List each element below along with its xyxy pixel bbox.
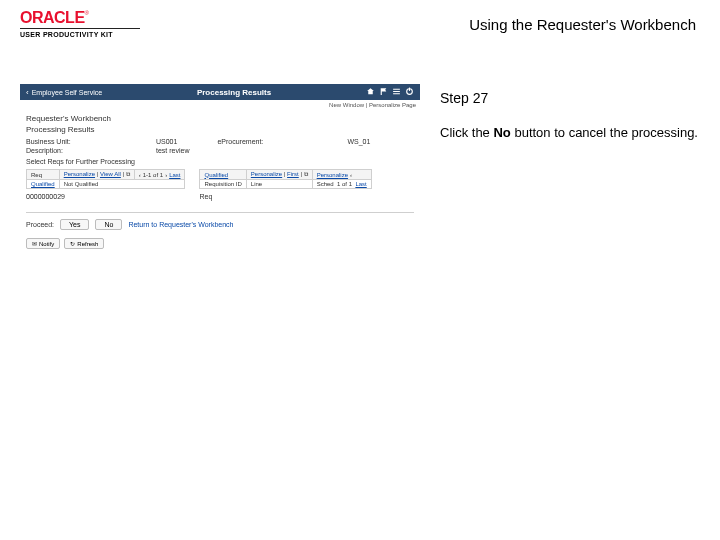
- grid1-th-nav: ‹ 1-1 of 1 › Last: [134, 170, 185, 180]
- app-subheader: Processing Results: [26, 125, 414, 134]
- app-bar-title: Processing Results: [102, 88, 366, 97]
- oracle-logo: ORACLE®: [20, 10, 140, 26]
- grid2-th-qualified: Qualified: [200, 170, 246, 180]
- kv-label: eProcurement:: [217, 138, 307, 145]
- step-panel: Step 27 Click the No button to cancel th…: [440, 84, 700, 253]
- footer-buttons: ✉Notify ↻Refresh: [26, 238, 414, 249]
- step-button-name: No: [493, 125, 510, 140]
- home-icon[interactable]: [366, 87, 375, 97]
- link-new-window[interactable]: New Window: [329, 102, 364, 108]
- grid1-table: Req Personalize | View All | ⧉ ‹ 1-1 of …: [26, 169, 185, 189]
- grid1-rowid: 0000000029: [26, 193, 185, 200]
- app-back-label[interactable]: Employee Self Service: [32, 89, 102, 96]
- app-bar-right: [366, 87, 414, 97]
- kv-value: WS_01: [347, 138, 370, 145]
- trademark-symbol: ®: [85, 10, 89, 16]
- select-reqs-label: Select Reqs for Further Processing: [26, 158, 414, 165]
- chevron-right-icon[interactable]: ›: [165, 172, 167, 178]
- grid2: Qualified Personalize | First | ⧉ Person…: [199, 167, 371, 206]
- chevron-left-icon[interactable]: ‹: [139, 172, 141, 178]
- signout-icon[interactable]: [405, 87, 414, 97]
- link-personalize[interactable]: Personalize: [64, 171, 95, 177]
- brand-block: ORACLE® USER PRODUCTIVITY KIT: [20, 10, 140, 38]
- notify-label: Notify: [39, 241, 54, 247]
- flag-icon[interactable]: [379, 87, 388, 97]
- grid2-cell-b: Line: [246, 180, 312, 189]
- grid1-nav: ‹ 1-1 of 1 › Last: [139, 172, 181, 178]
- kv-value: US001: [156, 138, 177, 145]
- grid2-sched: Sched: [317, 181, 334, 187]
- grid-wrap: Req Personalize | View All | ⧉ ‹ 1-1 of …: [26, 167, 414, 206]
- logo-divider: [20, 28, 140, 29]
- app-body: Requester's Workbench Processing Results…: [20, 110, 420, 253]
- app-bar-left: ‹ Employee Self Service: [26, 88, 102, 97]
- mail-icon: ✉: [32, 240, 37, 247]
- proceed-row: Proceed: Yes No Return to Requester's Wo…: [26, 219, 414, 230]
- link-personalize[interactable]: Personalize: [251, 171, 282, 177]
- grid2-nav-text: 1 of 1: [337, 181, 352, 187]
- grid1-cell-qualified[interactable]: Qualified: [27, 180, 60, 189]
- grid2-th-personalize: Personalize | First | ⧉: [246, 170, 312, 180]
- main: ‹ Employee Self Service Processing Resul…: [0, 44, 720, 253]
- kv-label: Description:: [26, 147, 116, 154]
- grid2-cell-a: Requisition ID: [200, 180, 246, 189]
- grid2-th-nav: Personalize ‹: [312, 170, 371, 180]
- divider: [26, 212, 414, 213]
- app-top-bar: ‹ Employee Self Service Processing Resul…: [20, 84, 420, 100]
- grid1-th-controls: Personalize | View All | ⧉: [59, 170, 134, 180]
- grid1: Req Personalize | View All | ⧉ ‹ 1-1 of …: [26, 167, 185, 206]
- refresh-button[interactable]: ↻Refresh: [64, 238, 104, 249]
- grid2-budget: Req: [199, 193, 371, 200]
- step-text: Click the No button to cancel the proces…: [440, 124, 700, 142]
- grid1-header-row: Req Personalize | View All | ⧉ ‹ 1-1 of …: [27, 170, 185, 180]
- app-breadcrumb: Requester's Workbench: [26, 114, 414, 123]
- link-personalize-page[interactable]: Personalize Page: [364, 102, 416, 108]
- kv-row-0: Business Unit: US001 eProcurement: WS_01: [26, 138, 414, 145]
- menu-icon[interactable]: [392, 87, 401, 97]
- step-text-suffix: button to cancel the processing.: [511, 125, 698, 140]
- svg-rect-1: [409, 88, 410, 91]
- step-title: Step 27: [440, 90, 700, 106]
- screenshot-panel: ‹ Employee Self Service Processing Resul…: [20, 84, 420, 253]
- notify-button[interactable]: ✉Notify: [26, 238, 60, 249]
- link-first[interactable]: First: [287, 171, 299, 177]
- page-header: ORACLE® USER PRODUCTIVITY KIT Using the …: [0, 0, 720, 44]
- yes-button[interactable]: Yes: [60, 219, 89, 230]
- grid1-cell-notqual: Not Qualified: [59, 180, 185, 189]
- app-screenshot: ‹ Employee Self Service Processing Resul…: [20, 84, 420, 253]
- kv-value: test review: [156, 147, 189, 154]
- grid2-cell-c: Sched 1 of 1 Last: [312, 180, 371, 189]
- oracle-wordmark: ORACLE: [20, 9, 85, 26]
- link-last[interactable]: Last: [355, 181, 366, 187]
- proceed-label: Proceed:: [26, 221, 54, 228]
- no-button[interactable]: No: [95, 219, 122, 230]
- grid2-row: Requisition ID Line Sched 1 of 1 Last: [200, 180, 371, 189]
- kv-row-1: Description: test review: [26, 147, 414, 154]
- grid1-th-req: Req: [27, 170, 60, 180]
- grid2-header-row: Qualified Personalize | First | ⧉ Person…: [200, 170, 371, 180]
- kv-label: Business Unit:: [26, 138, 116, 145]
- chevron-left-icon[interactable]: ‹: [350, 172, 352, 178]
- app-sublinks: New WindowPersonalize Page: [20, 100, 420, 110]
- grid2-table: Qualified Personalize | First | ⧉ Person…: [199, 169, 371, 189]
- grid1-nav-text: 1-1 of 1: [143, 172, 163, 178]
- grid1-row: Qualified Not Qualified: [27, 180, 185, 189]
- refresh-icon: ↻: [70, 240, 75, 247]
- page-title: Using the Requester's Workbench: [469, 10, 700, 33]
- grid2-nav: Personalize ‹: [317, 172, 352, 178]
- step-text-prefix: Click the: [440, 125, 493, 140]
- link-view-all[interactable]: View All: [100, 171, 121, 177]
- link-personalize[interactable]: Personalize: [317, 172, 348, 178]
- return-link[interactable]: Return to Requester's Workbench: [128, 221, 233, 228]
- zoom-icon[interactable]: ⧉: [126, 171, 130, 177]
- upk-label: USER PRODUCTIVITY KIT: [20, 31, 140, 38]
- refresh-label: Refresh: [77, 241, 98, 247]
- chevron-left-icon[interactable]: ‹: [26, 88, 29, 97]
- link-last[interactable]: Last: [169, 172, 180, 178]
- zoom-icon[interactable]: ⧉: [304, 171, 308, 177]
